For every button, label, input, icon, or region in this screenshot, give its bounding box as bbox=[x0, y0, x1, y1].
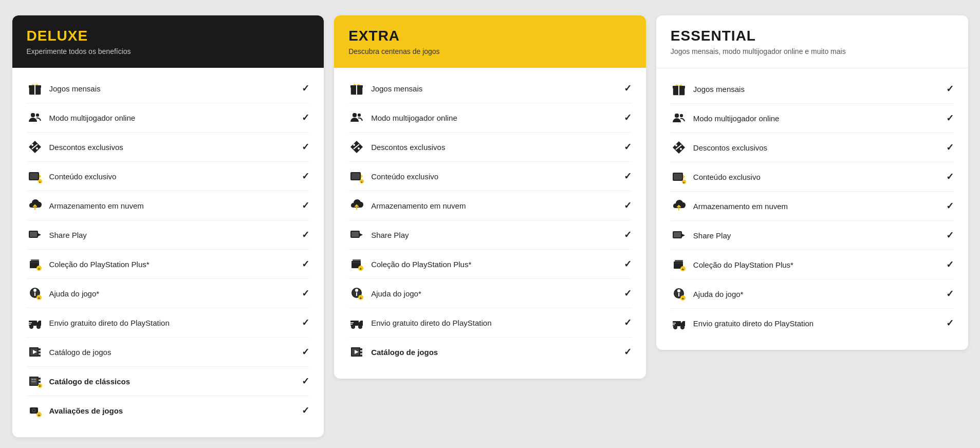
feature-label: Share Play bbox=[371, 231, 409, 239]
feature-label: Armazenamento em nuvem bbox=[693, 202, 788, 211]
svg-point-60 bbox=[358, 114, 361, 117]
check-icon: ✓ bbox=[302, 171, 309, 182]
plans-container: DELUXEExperimente todos os benefícios Jo… bbox=[12, 15, 968, 437]
feature-left: + Catálogo de clássicos bbox=[27, 373, 131, 389]
svg-rect-109 bbox=[674, 232, 681, 237]
check-icon: ✓ bbox=[946, 83, 954, 95]
feature-row: + Ajuda do jogo*✓ bbox=[348, 279, 632, 308]
feature-left: Modo multijogador online bbox=[348, 109, 457, 126]
feature-left: Catálogo de jogos bbox=[348, 344, 438, 360]
feature-label: Coleção do PlayStation Plus* bbox=[49, 260, 150, 269]
feature-left: + Conteúdo exclusivo bbox=[348, 168, 438, 184]
feature-left: Jogos mensais bbox=[27, 80, 101, 97]
collection-icon: + bbox=[27, 256, 43, 272]
check-icon: ✓ bbox=[624, 141, 632, 153]
multiplayer-icon bbox=[27, 109, 43, 126]
feature-row: Modo multijogador online✓ bbox=[348, 103, 632, 133]
feature-left: Share Play bbox=[671, 227, 731, 244]
feature-left: + Conteúdo exclusivo bbox=[671, 169, 761, 185]
check-icon: ✓ bbox=[302, 376, 309, 387]
shareplay-icon bbox=[348, 227, 365, 243]
svg-point-59 bbox=[353, 113, 357, 117]
feature-left: + Ajuda do jogo* bbox=[671, 286, 744, 302]
svg-point-7 bbox=[32, 122, 38, 124]
gift-icon bbox=[671, 81, 687, 97]
feature-left: Armazenamento em nuvem bbox=[671, 198, 788, 214]
check-icon: ✓ bbox=[946, 288, 954, 300]
feature-left: Jogos mensais bbox=[671, 81, 745, 97]
gift-icon bbox=[27, 80, 43, 97]
svg-point-10 bbox=[36, 147, 38, 150]
feature-left: Share Play bbox=[27, 227, 87, 243]
svg-rect-12 bbox=[30, 173, 38, 179]
svg-rect-43 bbox=[31, 381, 36, 382]
check-icon: ✓ bbox=[302, 141, 309, 153]
delivery-icon bbox=[671, 315, 687, 331]
svg-text:+: + bbox=[39, 384, 41, 388]
svg-rect-38 bbox=[39, 354, 41, 357]
check-icon: ✓ bbox=[946, 113, 954, 124]
check-icon: ✓ bbox=[946, 230, 954, 241]
feature-label: Catálogo de clássicos bbox=[49, 377, 131, 386]
check-icon: ✓ bbox=[302, 405, 309, 416]
content-icon: + bbox=[671, 169, 687, 185]
plan-header-extra: EXTRADescubra centenas de jogos bbox=[334, 15, 646, 68]
feature-row: + Coleção do PlayStation Plus*✓ bbox=[348, 250, 632, 279]
svg-rect-70 bbox=[352, 232, 359, 237]
feature-left: Jogos mensais bbox=[348, 80, 422, 97]
svg-text:+: + bbox=[681, 296, 684, 301]
plan-header-deluxe: DELUXEExperimente todos os benefícios bbox=[12, 15, 324, 68]
feature-label: Modo multijogador online bbox=[49, 114, 136, 122]
feature-left: Envio gratuito direto do PlayStation bbox=[27, 314, 170, 331]
svg-rect-72 bbox=[353, 259, 361, 261]
feature-left: Descontos exclusivos bbox=[348, 139, 445, 155]
svg-point-98 bbox=[675, 114, 679, 118]
svg-point-84 bbox=[359, 325, 362, 328]
feature-row: Armazenamento em nuvem✓ bbox=[348, 191, 632, 220]
svg-text:+: + bbox=[361, 180, 363, 183]
feature-left: + Coleção do PlayStation Plus* bbox=[348, 256, 471, 272]
feature-row: Envio gratuito direto do PlayStation✓ bbox=[27, 308, 310, 338]
check-icon: ✓ bbox=[624, 288, 632, 299]
svg-point-30 bbox=[37, 325, 40, 328]
svg-rect-92 bbox=[360, 354, 362, 357]
feature-label: Catálogo de jogos bbox=[49, 348, 112, 357]
svg-rect-118 bbox=[678, 293, 679, 296]
svg-point-61 bbox=[354, 122, 359, 124]
feature-row: Envio gratuito direto do PlayStation✓ bbox=[348, 308, 632, 338]
delivery-icon bbox=[27, 314, 43, 331]
svg-text:+: + bbox=[360, 267, 362, 271]
plan-subtitle-deluxe: Experimente todos os benefícios bbox=[27, 47, 310, 55]
svg-rect-79 bbox=[356, 292, 357, 296]
svg-rect-121 bbox=[673, 321, 681, 326]
svg-point-51 bbox=[33, 409, 35, 412]
svg-point-99 bbox=[680, 114, 683, 117]
plan-subtitle-extra: Descubra centenas de jogos bbox=[348, 47, 632, 55]
feature-left: + Coleção do PlayStation Plus* bbox=[671, 256, 793, 273]
feature-left: Descontos exclusivos bbox=[27, 139, 123, 155]
feature-label: Ajuda do jogo* bbox=[49, 289, 100, 298]
feature-label: Jogos mensais bbox=[371, 84, 422, 93]
check-icon: ✓ bbox=[624, 229, 632, 240]
feature-label: Conteúdo exclusivo bbox=[49, 172, 117, 181]
svg-rect-90 bbox=[360, 348, 362, 350]
multiplayer-icon bbox=[348, 109, 365, 126]
gift-icon bbox=[348, 80, 365, 97]
svg-rect-37 bbox=[39, 351, 41, 353]
feature-left: + Ajuda do jogo* bbox=[348, 285, 421, 302]
feature-label: Armazenamento em nuvem bbox=[49, 201, 144, 210]
feature-label: Avaliações de jogos bbox=[49, 406, 123, 415]
svg-rect-105 bbox=[674, 174, 682, 180]
check-icon: ✓ bbox=[302, 288, 309, 299]
feature-left: Envio gratuito direto do PlayStation bbox=[348, 314, 491, 331]
feature-row: Catálogo de jogos✓ bbox=[27, 338, 310, 367]
check-icon: ✓ bbox=[624, 200, 632, 211]
plan-title-essential: ESSENTIAL bbox=[671, 28, 954, 44]
cloud-icon bbox=[348, 197, 365, 214]
feature-row: Envio gratuito direto do PlayStation✓ bbox=[671, 309, 954, 338]
plan-features-essential: Jogos mensais✓ Modo multijogador online✓… bbox=[656, 68, 968, 350]
svg-rect-41 bbox=[31, 379, 33, 380]
gamehelp-icon: + bbox=[27, 285, 43, 302]
svg-point-83 bbox=[352, 325, 355, 328]
plan-header-essential: ESSENTIALJogos mensais, modo multijogado… bbox=[656, 15, 968, 68]
